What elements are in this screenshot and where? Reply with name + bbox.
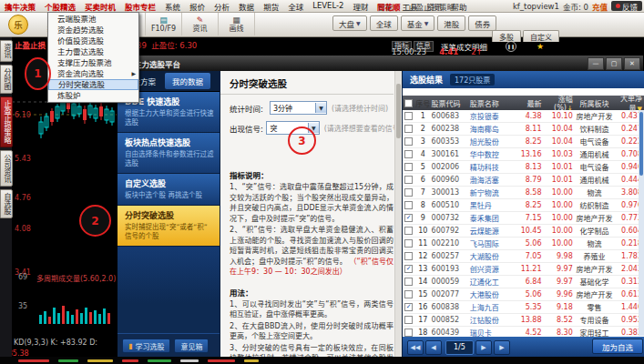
quote-tab-自定义[interactable]: 自定义 (523, 30, 559, 42)
row-checkbox[interactable] (404, 150, 413, 158)
table-row[interactable]: 6600960渤海活塞8.7910.01通用机械0.444 (403, 174, 644, 187)
feedback-button[interactable]: 反馈 (611, 1, 642, 11)
table-row[interactable]: 8600510黑牡丹8.2510.00纺织制造0.976 (403, 199, 644, 212)
cell-stock-name[interactable]: 渤海活塞 (470, 175, 513, 185)
column-header-序号[interactable]: 序号 (414, 98, 431, 108)
cell-stock-name[interactable]: 上海九百 (470, 302, 513, 312)
row-checkbox[interactable] (404, 290, 413, 298)
row-checkbox[interactable] (404, 278, 413, 286)
cell-stock-name[interactable]: 大港股份 (470, 289, 513, 299)
column-header-股票代码[interactable]: 股票代码 (432, 98, 470, 108)
prev-page-button[interactable]: ◀ (425, 340, 442, 355)
column-header-最新[interactable]: 最新 (513, 98, 542, 108)
table-row[interactable]: 11002210飞马国际5.0610.00物流0.218 (403, 238, 644, 250)
cell-stock-name[interactable]: 大湖股份 (470, 251, 513, 261)
coin-icon[interactable]: 乐 (8, 15, 28, 35)
menu-item-数据[interactable]: 数据 (234, 1, 259, 12)
table-row[interactable]: 3600353旭光股份8.2510.04电气设备0.222 (403, 136, 644, 148)
recharge-link[interactable]: 充值 (592, 1, 608, 12)
row-checkbox[interactable] (404, 329, 413, 337)
row-checkbox[interactable] (404, 163, 413, 171)
add-to-watchlist-button[interactable]: 加为自选 (592, 339, 643, 354)
table-row[interactable]: 12600257大湖股份7.059.98养殖业1.783 (403, 250, 644, 263)
market-button-债券[interactable]: 债券 (468, 15, 496, 31)
table-row[interactable]: 17000852江钻股份13.888.52专用设备0.952 (403, 314, 644, 327)
row-checkbox[interactable] (404, 239, 413, 248)
cell-stock-name[interactable]: 精功科技 (470, 162, 513, 172)
menu-item-系统[interactable]: 系统 (160, 1, 185, 12)
results-scrollbar-thumb[interactable] (639, 112, 643, 176)
row-checkbox[interactable]: ✓ (404, 265, 413, 273)
toolbar-button-F10/F9[interactable]: ▤F10/F9 (146, 13, 182, 35)
cell-stock-name[interactable]: 新宁物流 (470, 187, 513, 197)
menu-item-LEVEL-2[interactable]: LEVEL-2 (308, 1, 348, 12)
scrollbar-thumb[interactable] (396, 84, 401, 138)
cell-stock-name[interactable]: 海南椰岛 (470, 124, 513, 134)
column-header-股票名称[interactable]: 股票名称 (470, 98, 513, 108)
row-checkbox[interactable] (404, 252, 413, 260)
row-checkbox[interactable] (404, 137, 413, 146)
row-checkbox[interactable] (404, 125, 413, 133)
tab-my-data[interactable]: 我的数据 (165, 73, 210, 89)
context-menu-item-价值投资选股[interactable]: 价值投资选股 (48, 35, 138, 46)
menu-item-期货[interactable]: 期货 (259, 1, 283, 12)
row-checkbox[interactable] (404, 227, 413, 235)
maximize-button[interactable]: ▢ (606, 57, 622, 70)
market-button-港股[interactable]: 港股 (437, 15, 465, 31)
column-header-所属板块[interactable]: 所属板块 (573, 98, 616, 108)
context-menu-item-分时突破选股[interactable]: 分时突破选股 (48, 79, 138, 90)
sidebar-item-板块热点快速选股[interactable]: 板块热点快速选股自由选择条件和参数进行过滤选股 (118, 133, 220, 174)
cell-stock-name[interactable]: 江钻股份 (470, 315, 513, 325)
table-row[interactable]: 1600683京投银泰4.3810.10房地产开发0.437 (403, 110, 644, 123)
table-row[interactable]: 2600238海南椰岛8.1110.04饮料制造0.247 (403, 123, 644, 136)
minimize-button[interactable]: — (588, 57, 604, 70)
cell-stock-name[interactable]: 泰禾集团 (470, 213, 513, 223)
row-checkbox[interactable]: ✓ (404, 303, 413, 311)
context-menu-item-支撑压力股票池[interactable]: 支撑压力股票池 (48, 57, 138, 68)
row-checkbox[interactable] (404, 176, 413, 184)
table-row[interactable]: 4300161华中数控13.1610.03通用机械0.708 (403, 148, 644, 161)
suggestion-box-button[interactable]: 意见箱 (174, 339, 209, 353)
toolbar-button-画线[interactable]: ▦画线 (219, 13, 255, 35)
dialog-title-bar[interactable]: 选 主力选股平台 — ▢ ✕ (118, 56, 643, 71)
side-tab-止盈止损策略[interactable]: 止盈止损策略 (0, 96, 13, 147)
market-button-大盘[interactable]: 大盘▼ (332, 15, 367, 31)
learn-selection-button[interactable]: ▮学习选股 (122, 339, 170, 353)
menu-item-报价[interactable]: 报价 (185, 1, 210, 12)
menu-item-全球[interactable]: 全球 (283, 1, 308, 12)
menu-item-股市专栏[interactable]: 股市专栏 (120, 1, 160, 12)
stat-time-select[interactable]: 3分钟 ▼ (270, 101, 327, 115)
side-tab-自选股[interactable]: 自选股 (0, 189, 13, 218)
context-menu-item-主力雷达选股[interactable]: 主力雷达选股 (48, 46, 138, 57)
cell-stock-name[interactable]: 京投银泰 (470, 111, 513, 121)
column-header-涨幅(%)[interactable]: 涨幅(%)↓ (542, 94, 573, 112)
cell-stock-name[interactable]: 辽通化工 (470, 277, 513, 287)
cell-stock-name[interactable]: 创兴资源 (470, 264, 513, 274)
table-row[interactable]: ✓16600838上海九百5.359.18零售1.446 (403, 301, 644, 314)
next-page-button[interactable]: ▶ (475, 340, 492, 355)
menu-item-理财[interactable]: 理财 (349, 1, 373, 12)
table-row[interactable]: ✓13600193创兴资源11.219.97房地产开发2.043 (403, 263, 644, 276)
context-menu-item-炼股炉[interactable]: 炼股炉 (48, 90, 138, 101)
row-checkbox[interactable] (404, 112, 413, 120)
menu-item-分析[interactable]: 分析 (210, 1, 234, 12)
cell-stock-name[interactable]: 飞马国际 (470, 238, 513, 248)
menu-item-买卖时机[interactable]: 买卖时机 (80, 1, 120, 12)
market-button-全球[interactable]: 全球 (370, 15, 398, 31)
cell-stock-name[interactable]: 云煤能源 (470, 226, 513, 236)
menu-item-擒牛决策[interactable]: 擒牛决策 (0, 1, 40, 12)
table-row[interactable]: 15002077大港股份5.069.96房地产开发0.613 (403, 288, 644, 301)
market-button-基金[interactable]: 基金▼ (401, 15, 435, 31)
quote-tab-多股[interactable]: 多股 (492, 30, 521, 42)
sidebar-item-自定义选股[interactable]: 自定义选股板块中选个股 再挑选个股 (118, 174, 220, 206)
results-scrollbar[interactable] (639, 110, 644, 336)
menu-item-个股精选[interactable]: 个股精选 (40, 1, 80, 12)
table-row[interactable]: ✓9000732泰禾集团7.1510.00房地产开发0.773 (403, 212, 644, 225)
context-menu-item-资金流向选股[interactable]: 资金流向选股▶ (48, 68, 138, 79)
close-button[interactable]: ✕ (624, 57, 640, 70)
row-checkbox[interactable]: ✓ (404, 214, 413, 222)
cell-stock-name[interactable]: 旭光股份 (470, 136, 513, 147)
table-row[interactable]: 5002006精功科技8.1310.01电气设备0.946 (403, 161, 644, 174)
side-tab-资讯[interactable]: 资讯 (0, 40, 13, 62)
context-menu-item-云端股票池[interactable]: 云端股票池 (48, 14, 138, 25)
